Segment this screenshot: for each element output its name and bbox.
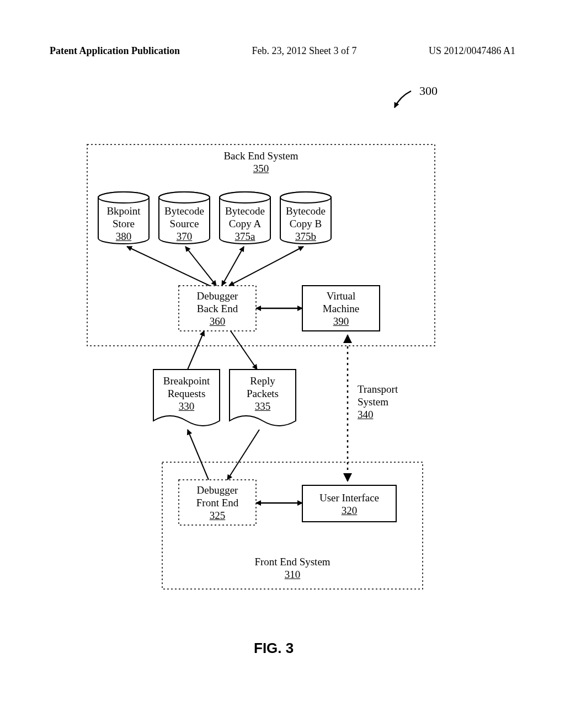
transport-label: Transport System 340 [358, 383, 418, 421]
debugger-frontend-l1: Debugger [179, 484, 256, 497]
ui-l1: User Interface [302, 492, 396, 505]
frontend-title: Front End System [162, 556, 423, 569]
diagram-svg [0, 0, 565, 728]
source-label: Bytecode Source 370 [159, 205, 210, 243]
debugger-frontend-l2: Front End [179, 497, 256, 510]
source-l1: Bytecode [159, 205, 210, 218]
backend-title: Back End System [87, 150, 435, 163]
svg-line-11 [127, 247, 210, 286]
bkpoint-l2: Store [98, 218, 149, 231]
vm-l1: Virtual [302, 290, 380, 303]
debugger-frontend-label: Debugger Front End 325 [179, 484, 256, 522]
reply-l2: Packets [230, 388, 296, 400]
user-interface-label: User Interface 320 [302, 492, 396, 517]
svg-point-2 [98, 192, 149, 203]
svg-line-12 [185, 247, 216, 286]
debugger-backend-l2: Back End [179, 303, 256, 315]
svg-point-6 [220, 192, 270, 203]
bkpoint-ref: 380 [98, 231, 149, 243]
reply-packets-label: Reply Packets 335 [230, 375, 296, 413]
debugger-backend-label: Debugger Back End 360 [179, 290, 256, 328]
copy-a-label: Bytecode Copy A 375a [220, 205, 270, 243]
copy-b-ref: 375b [280, 231, 331, 243]
figure-label: FIG. 3 [254, 640, 294, 657]
bkpoint-l1: Bkpoint [98, 205, 149, 218]
copy-b-label: Bytecode Copy B 375b [280, 205, 331, 243]
copy-a-ref: 375a [220, 231, 270, 243]
req-l2: Requests [153, 388, 220, 400]
req-l1: Breakpoint [153, 375, 220, 388]
reply-ref: 335 [230, 400, 296, 413]
debugger-backend-l1: Debugger [179, 290, 256, 303]
copy-a-l1: Bytecode [220, 205, 270, 218]
req-ref: 330 [153, 400, 220, 413]
debugger-backend-ref: 360 [179, 315, 256, 328]
svg-line-16 [188, 331, 204, 370]
transport-ref: 340 [358, 409, 418, 421]
debugger-frontend-ref: 325 [179, 510, 256, 522]
svg-line-21 [188, 430, 209, 480]
copy-a-l2: Copy A [220, 218, 270, 231]
breakpoint-req-label: Breakpoint Requests 330 [153, 375, 220, 413]
svg-line-17 [231, 331, 257, 370]
transport-l2: System [358, 396, 418, 409]
copy-b-l1: Bytecode [280, 205, 331, 218]
svg-point-8 [280, 192, 331, 203]
frontend-title-block: Front End System 310 [162, 556, 423, 581]
copy-b-l2: Copy B [280, 218, 331, 231]
vm-l2: Machine [302, 303, 380, 315]
ui-ref: 320 [302, 505, 396, 517]
source-l2: Source [159, 218, 210, 231]
source-ref: 370 [159, 231, 210, 243]
svg-point-4 [159, 192, 210, 203]
ref-300: 300 [419, 84, 438, 98]
transport-l1: Transport [358, 383, 418, 396]
backend-title-block: Back End System 350 [87, 150, 435, 175]
bkpoint-label: Bkpoint Store 380 [98, 205, 149, 243]
vm-label: Virtual Machine 390 [302, 290, 380, 328]
reply-l1: Reply [230, 375, 296, 388]
backend-ref: 350 [87, 163, 435, 175]
svg-line-22 [227, 430, 259, 480]
vm-ref: 390 [302, 315, 380, 328]
frontend-ref: 310 [162, 569, 423, 581]
